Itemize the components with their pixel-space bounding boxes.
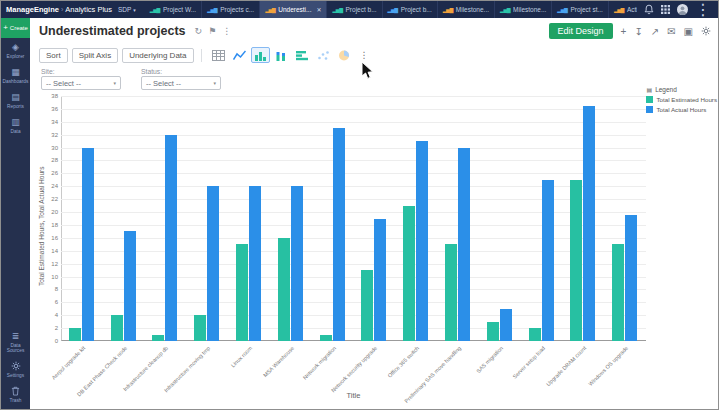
gridline: [61, 264, 646, 265]
tab-close-icon[interactable]: ✕: [316, 6, 321, 13]
chart-bar[interactable]: [583, 106, 595, 341]
chart-bar[interactable]: [291, 186, 303, 341]
line-chart-icon[interactable]: [230, 47, 249, 63]
y-axis-tick-label: 0: [34, 338, 58, 344]
report-header: Underestimated projects ↻⚑⋮ Edit Design …: [30, 18, 719, 44]
tab-chart-icon: ▂▅▇: [150, 7, 160, 13]
reports-icon: ▤: [11, 92, 20, 102]
browser-tab[interactable]: ▂▅▇Milestone...: [438, 1, 495, 18]
chart-bar[interactable]: [445, 244, 457, 341]
bar-chart-icon[interactable]: [251, 47, 270, 63]
sidebar-item-reports[interactable]: ▤Reports: [1, 88, 30, 113]
topbar-icons: ⋮: [637, 0, 718, 19]
y-axis-tick-label: 28: [34, 157, 58, 163]
brand-manageengine: ManageEngine: [6, 5, 59, 14]
data-icon: ▥: [11, 117, 20, 127]
browser-tab[interactable]: ▂▅▇Project b...: [383, 1, 438, 18]
toolbar-button-underlying-data[interactable]: Underlying Data: [122, 48, 193, 63]
chart-bar[interactable]: [249, 186, 261, 341]
create-label: Create: [10, 25, 28, 31]
gridline: [61, 238, 646, 239]
x-axis-title: Title: [61, 391, 646, 400]
header-actions: Edit Design +↧↗✉▣: [549, 23, 712, 39]
chart-bar[interactable]: [194, 315, 206, 341]
gridline: [61, 302, 646, 303]
browser-tab[interactable]: ▂▅▇Project W...: [145, 1, 202, 18]
chart-bar[interactable]: [570, 180, 582, 341]
brand: ManageEngine › Analytics Plus SDP ▾: [1, 5, 136, 14]
table-chart-icon[interactable]: [209, 47, 228, 63]
browser-tab[interactable]: ▂▅▇Underesti...✕: [260, 1, 327, 18]
y-axis-tick-label: 18: [34, 222, 58, 228]
browser-tab[interactable]: ▂▅▇Milestone...: [495, 1, 552, 18]
browser-tab[interactable]: ▂▅▇Projects c...: [202, 1, 260, 18]
legend-item[interactable]: Total Estimated Hours: [646, 96, 717, 103]
y-axis-tick-label: 10: [34, 274, 58, 280]
sidebar-item-label: Settings: [7, 373, 24, 378]
sidebar-item-label: Explorer: [7, 54, 25, 59]
chart-bar[interactable]: [333, 128, 345, 341]
browser-tab[interactable]: ▂▅▇Project b...: [327, 1, 382, 18]
chart-bar[interactable]: [542, 180, 554, 341]
sidebar-nav: ◈Explorer▦Dashboards▤Reports▥Data: [1, 38, 30, 138]
tab-label: Project b...: [401, 6, 432, 13]
chart-bar[interactable]: [500, 309, 512, 341]
sidebar-item-label: Trash: [9, 398, 21, 403]
horizontal-bar-chart-icon[interactable]: [293, 47, 312, 63]
y-axis-tick-label: 24: [34, 183, 58, 189]
gridline: [61, 212, 646, 213]
chart-toolbar: SortSplit AxisUnderlying Data ⋮: [39, 46, 369, 64]
stacked-bar-chart-icon[interactable]: [272, 47, 291, 63]
chart-bar[interactable]: [236, 244, 248, 341]
more-icon: ⋮: [695, 0, 711, 19]
chart-bar[interactable]: [403, 206, 415, 341]
sidebar-item-dashboards[interactable]: ▦Dashboards: [1, 63, 30, 88]
chart-bar[interactable]: [207, 186, 219, 341]
sidebar-item-explorer[interactable]: ◈Explorer: [1, 38, 30, 63]
chart-bar[interactable]: [278, 238, 290, 341]
chart-bar[interactable]: [320, 335, 332, 341]
mail-icon: ✉: [667, 26, 675, 37]
y-axis-tick-label: 16: [34, 235, 58, 241]
create-button[interactable]: + Create: [1, 18, 30, 38]
data-sources-icon: ≣: [12, 331, 20, 341]
chart-bar[interactable]: [82, 148, 94, 341]
browser-tab[interactable]: ▂▅▇Project st...: [552, 1, 609, 18]
divider: [201, 49, 202, 62]
legend-item[interactable]: Total Actual Hours: [646, 106, 717, 113]
sidebar-item-data-sources[interactable]: ≣Data Sources: [1, 327, 30, 357]
sidebar-item-data[interactable]: ▥Data: [1, 113, 30, 138]
chart-bar[interactable]: [625, 215, 637, 341]
chart-bar[interactable]: [69, 328, 81, 341]
edit-design-button[interactable]: Edit Design: [549, 23, 613, 39]
chart-bar[interactable]: [416, 141, 428, 341]
workspace-selector[interactable]: SDP ▾: [118, 6, 136, 13]
y-axis-tick-label: 20: [34, 209, 58, 215]
legend-title: ▤ Legend: [646, 86, 717, 93]
toolbar-button-sort[interactable]: Sort: [39, 48, 68, 63]
chart-bar[interactable]: [152, 335, 164, 341]
more-icon[interactable]: ⋮: [360, 50, 369, 60]
sidebar-item-settings[interactable]: Settings: [1, 357, 30, 382]
chart-bar[interactable]: [612, 244, 624, 341]
tab-chart-icon: ▂▅▇: [500, 7, 510, 13]
browser-tab[interactable]: ▂▅▇Active Mil...: [609, 1, 637, 18]
toolbar-button-split-axis[interactable]: Split Axis: [72, 48, 118, 63]
chart-bar[interactable]: [374, 219, 386, 342]
chart-bar[interactable]: [165, 135, 177, 341]
chart-bar[interactable]: [529, 328, 541, 341]
gridline: [61, 135, 646, 136]
chart-bar[interactable]: [487, 322, 499, 341]
chart-bar[interactable]: [361, 270, 373, 341]
chart-bar[interactable]: [124, 231, 136, 341]
chart-bar[interactable]: [111, 315, 123, 341]
legend-label: Total Estimated Hours: [656, 96, 717, 103]
chart-bar[interactable]: [458, 148, 470, 341]
gridline: [61, 199, 646, 200]
explorer-icon: ◈: [12, 42, 19, 52]
legend-swatch: [646, 106, 653, 113]
y-axis-tick-label: 34: [34, 119, 58, 125]
title-icons: ↻⚑⋮: [195, 26, 232, 36]
header-action-icons: +↧↗✉▣: [621, 26, 711, 37]
export-icon: ↧: [634, 26, 642, 37]
